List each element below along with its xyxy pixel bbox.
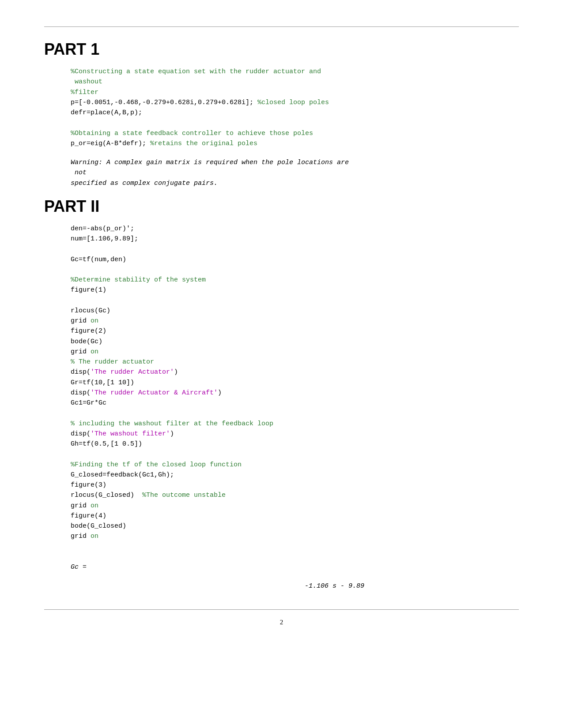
code-line: Gc1=Gr*Gc <box>71 398 519 408</box>
code-line: %Finding the tf of the closed loop funct… <box>71 460 519 470</box>
code-line: %Determine stability of the system <box>71 275 519 285</box>
code-text: p=[-0.0051,-0.468,-0.279+0.628i,0.279+0.… <box>71 99 257 106</box>
code-line: rlocus(Gc) <box>71 306 519 316</box>
warning-line: specified as complex conjugate pairs. <box>71 178 519 188</box>
output-fraction: -1.106 s - 9.89 <box>150 581 519 591</box>
code-comment: %closed loop poles <box>257 99 329 106</box>
warning-line: Warning: A complex gain matrix is requir… <box>71 158 519 168</box>
code-line: G_closed=feedback(Gc1,Gh); <box>71 470 519 480</box>
code-line <box>71 244 519 254</box>
page: PART 1 %Constructing a state equation se… <box>0 0 563 728</box>
code-line: grid on <box>71 347 519 357</box>
code-line: % including the washout filter at the fe… <box>71 419 519 429</box>
code-comment: %retains the original poles <box>150 140 257 147</box>
code-string: 'The rudder Actuator & Aircraft' <box>91 389 218 397</box>
output-numerator: -1.106 s - 9.89 <box>305 582 364 590</box>
code-line <box>71 296 519 306</box>
code-line: p_or=eig(A-B*defr); %retains the origina… <box>71 139 519 149</box>
code-text: disp( <box>71 389 91 397</box>
code-line: Gc=tf(num,den) <box>71 255 519 265</box>
code-keyword: on <box>91 348 98 356</box>
code-text: p_or=eig(A-B*defr); <box>71 140 150 147</box>
code-line: %Constructing a state equation set with … <box>71 67 519 77</box>
code-line <box>71 265 519 275</box>
code-string: 'The washout filter' <box>91 430 170 438</box>
page-number: 2 <box>44 619 519 626</box>
part2-heading: PART II <box>44 197 519 216</box>
part1-code: %Constructing a state equation set with … <box>71 67 519 149</box>
part2-code: den=-abs(p_or)'; num=[1.106,9.89]; Gc=tf… <box>71 224 519 573</box>
code-line: num=[1.106,9.89]; <box>71 234 519 244</box>
code-line: Gh=tf(0.5,[1 0.5]) <box>71 439 519 449</box>
code-line: p=[-0.0051,-0.468,-0.279+0.628i,0.279+0.… <box>71 98 519 108</box>
code-line: washout <box>71 77 519 87</box>
code-line: %Obtaining a state feedback controller t… <box>71 128 519 139</box>
code-line: Gr=tf(10,[1 10]) <box>71 378 519 388</box>
code-line: rlocus(G_closed) %The outcome unstable <box>71 490 519 500</box>
code-line <box>71 408 519 418</box>
code-line <box>71 552 519 562</box>
code-line: grid on <box>71 531 519 541</box>
code-line <box>71 449 519 459</box>
code-string: 'The rudder Actuator' <box>91 368 174 376</box>
code-text: ) <box>174 368 178 376</box>
code-text: disp( <box>71 368 91 376</box>
code-line <box>71 118 519 128</box>
code-line: % The rudder actuator <box>71 357 519 367</box>
code-line: den=-abs(p_or)'; <box>71 224 519 234</box>
code-line: bode(G_closed) <box>71 521 519 531</box>
code-line: bode(Gc) <box>71 337 519 347</box>
code-text: grid <box>71 533 91 540</box>
code-text: disp( <box>71 430 91 438</box>
code-text: rlocus(G_closed) <box>71 492 142 499</box>
code-text: ) <box>218 389 222 397</box>
warning-block: Warning: A complex gain matrix is requir… <box>71 158 519 188</box>
code-line: figure(3) <box>71 480 519 490</box>
top-rule <box>44 26 519 27</box>
code-comment: %The outcome unstable <box>142 492 226 499</box>
code-keyword: on <box>91 533 98 540</box>
code-line: disp('The rudder Actuator & Aircraft') <box>71 388 519 398</box>
code-line: figure(2) <box>71 326 519 336</box>
code-line <box>71 542 519 552</box>
code-keyword: on <box>91 502 98 510</box>
code-line: grid on <box>71 501 519 511</box>
code-line: disp('The rudder Actuator') <box>71 367 519 377</box>
code-line: figure(4) <box>71 511 519 521</box>
output-block: -1.106 s - 9.89 <box>71 581 519 591</box>
part1-heading: PART 1 <box>44 40 519 59</box>
warning-line: not <box>71 168 519 178</box>
code-line: figure(1) <box>71 285 519 295</box>
code-text: grid <box>71 502 91 510</box>
code-line: grid on <box>71 316 519 326</box>
code-text: grid <box>71 317 91 325</box>
code-keyword: on <box>91 317 98 325</box>
code-line: Gc = <box>71 562 519 572</box>
code-text: ) <box>170 430 174 438</box>
code-line: %filter <box>71 87 519 98</box>
bottom-rule <box>44 609 519 610</box>
code-line: disp('The washout filter') <box>71 429 519 439</box>
code-text: grid <box>71 348 91 356</box>
code-line: defr=place(A,B,p); <box>71 108 519 118</box>
